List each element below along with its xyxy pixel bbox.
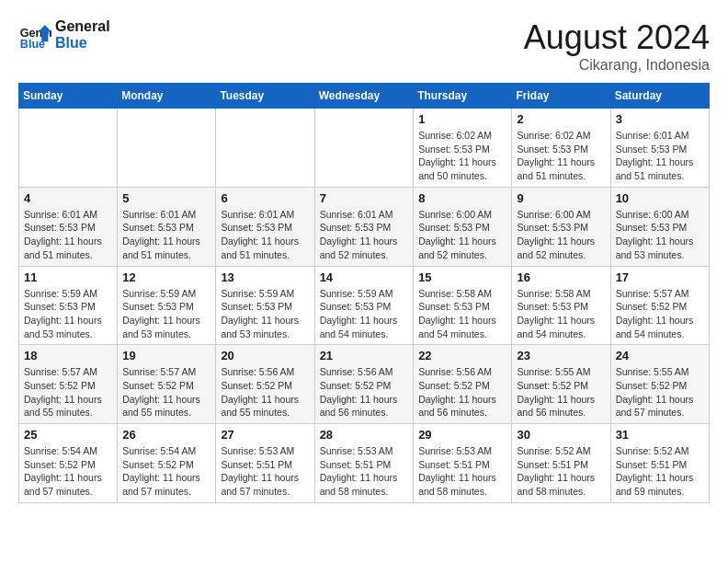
day-number: 20 [221,349,309,362]
weekday-header-row: SundayMondayTuesdayWednesdayThursdayFrid… [19,84,710,109]
calendar-cell: 1Sunrise: 6:02 AMSunset: 5:53 PMDaylight… [414,109,512,188]
day-number: 14 [320,270,409,284]
day-number: 4 [24,191,112,205]
day-number: 17 [616,270,704,284]
day-info: Sunrise: 5:59 AMSunset: 5:53 PMDaylight:… [122,287,210,341]
day-info: Sunrise: 5:53 AMSunset: 5:51 PMDaylight:… [320,444,409,499]
day-info: Sunrise: 6:01 AMSunset: 5:53 PMDaylight:… [122,208,210,262]
day-number: 18 [24,349,112,362]
weekday-header-thursday: Thursday [414,84,512,109]
calendar-cell: 23Sunrise: 5:55 AMSunset: 5:52 PMDayligh… [512,345,610,424]
calendar-cell [314,109,414,188]
weekday-header-sunday: Sunday [19,84,118,109]
day-info: Sunrise: 5:54 AMSunset: 5:52 PMDaylight:… [24,444,112,499]
day-info: Sunrise: 5:59 AMSunset: 5:53 PMDaylight:… [24,287,112,341]
weekday-header-monday: Monday [118,84,216,109]
day-number: 2 [517,112,605,126]
calendar-cell: 10Sunrise: 6:00 AMSunset: 5:53 PMDayligh… [610,187,709,266]
calendar-cell: 26Sunrise: 5:54 AMSunset: 5:52 PMDayligh… [118,424,216,503]
day-number: 3 [616,112,704,126]
day-number: 28 [320,428,409,442]
day-number: 5 [122,191,210,205]
day-info: Sunrise: 5:57 AMSunset: 5:52 PMDaylight:… [616,287,704,341]
weekday-header-saturday: Saturday [610,84,709,109]
calendar-cell: 21Sunrise: 5:56 AMSunset: 5:52 PMDayligh… [314,345,414,424]
calendar-cell: 25Sunrise: 5:54 AMSunset: 5:52 PMDayligh… [19,424,118,503]
day-info: Sunrise: 6:02 AMSunset: 5:53 PMDaylight:… [517,129,605,183]
day-number: 8 [418,191,506,205]
day-number: 26 [122,428,210,442]
calendar-cell: 19Sunrise: 5:57 AMSunset: 5:52 PMDayligh… [118,345,216,424]
calendar-cell: 22Sunrise: 5:56 AMSunset: 5:52 PMDayligh… [414,345,512,424]
day-info: Sunrise: 6:01 AMSunset: 5:53 PMDaylight:… [24,208,112,262]
day-number: 23 [517,349,605,362]
calendar-cell [118,109,216,188]
day-info: Sunrise: 6:01 AMSunset: 5:53 PMDaylight:… [221,208,309,262]
calendar-cell: 3Sunrise: 6:01 AMSunset: 5:53 PMDaylight… [610,109,709,188]
calendar-cell [19,109,118,188]
logo: General Blue General Blue [18,18,110,52]
day-number: 15 [418,270,506,284]
day-number: 27 [221,428,309,442]
calendar-table: SundayMondayTuesdayWednesdayThursdayFrid… [18,83,710,503]
day-number: 24 [616,349,704,362]
calendar-cell: 9Sunrise: 6:00 AMSunset: 5:53 PMDaylight… [512,187,610,266]
day-number: 7 [320,191,409,205]
weekday-header-friday: Friday [512,84,610,109]
calendar-cell: 24Sunrise: 5:55 AMSunset: 5:52 PMDayligh… [610,345,709,424]
day-info: Sunrise: 6:01 AMSunset: 5:53 PMDaylight:… [320,208,409,262]
day-info: Sunrise: 5:55 AMSunset: 5:52 PMDaylight:… [517,365,605,419]
calendar-cell: 17Sunrise: 5:57 AMSunset: 5:52 PMDayligh… [610,266,709,345]
day-number: 22 [418,349,506,362]
day-info: Sunrise: 5:53 AMSunset: 5:51 PMDaylight:… [418,444,506,499]
day-number: 9 [517,191,605,205]
day-number: 16 [517,270,605,284]
calendar-cell: 27Sunrise: 5:53 AMSunset: 5:51 PMDayligh… [216,424,314,503]
day-number: 19 [122,349,210,362]
day-info: Sunrise: 5:55 AMSunset: 5:52 PMDaylight:… [616,365,704,419]
day-number: 1 [418,112,506,126]
calendar-cell: 15Sunrise: 5:58 AMSunset: 5:53 PMDayligh… [414,266,512,345]
day-info: Sunrise: 6:01 AMSunset: 5:53 PMDaylight:… [616,129,704,183]
logo-blue: Blue [55,35,110,52]
day-info: Sunrise: 6:00 AMSunset: 5:53 PMDaylight:… [418,208,506,262]
day-number: 11 [24,270,112,284]
day-number: 31 [616,428,704,442]
calendar-week-row: 1Sunrise: 6:02 AMSunset: 5:53 PMDaylight… [19,109,710,188]
weekday-header-wednesday: Wednesday [314,84,414,109]
calendar-cell: 13Sunrise: 5:59 AMSunset: 5:53 PMDayligh… [216,266,314,345]
calendar-cell: 4Sunrise: 6:01 AMSunset: 5:53 PMDaylight… [19,187,118,266]
day-number: 30 [517,428,605,442]
calendar-cell: 29Sunrise: 5:53 AMSunset: 5:51 PMDayligh… [414,424,512,503]
month-year: August 2024 [524,18,710,57]
day-info: Sunrise: 5:59 AMSunset: 5:53 PMDaylight:… [221,287,309,341]
calendar-week-row: 4Sunrise: 6:01 AMSunset: 5:53 PMDaylight… [19,187,710,266]
calendar-cell: 11Sunrise: 5:59 AMSunset: 5:53 PMDayligh… [19,266,118,345]
day-number: 29 [418,428,506,442]
calendar-cell: 2Sunrise: 6:02 AMSunset: 5:53 PMDaylight… [512,109,610,188]
calendar-cell: 7Sunrise: 6:01 AMSunset: 5:53 PMDaylight… [314,187,414,266]
calendar-week-row: 25Sunrise: 5:54 AMSunset: 5:52 PMDayligh… [19,424,710,503]
day-number: 12 [122,270,210,284]
day-info: Sunrise: 5:59 AMSunset: 5:53 PMDaylight:… [320,287,409,341]
day-number: 13 [221,270,309,284]
day-info: Sunrise: 5:54 AMSunset: 5:52 PMDaylight:… [122,444,210,499]
calendar-week-row: 18Sunrise: 5:57 AMSunset: 5:52 PMDayligh… [19,345,710,424]
calendar-cell: 28Sunrise: 5:53 AMSunset: 5:51 PMDayligh… [314,424,414,503]
day-info: Sunrise: 5:53 AMSunset: 5:51 PMDaylight:… [221,444,309,499]
location: Cikarang, Indonesia [524,57,710,74]
page-header: General Blue General Blue August 2024 Ci… [18,18,710,74]
calendar-week-row: 11Sunrise: 5:59 AMSunset: 5:53 PMDayligh… [19,266,710,345]
day-info: Sunrise: 5:58 AMSunset: 5:53 PMDaylight:… [517,287,605,341]
day-info: Sunrise: 5:52 AMSunset: 5:51 PMDaylight:… [616,444,704,499]
day-info: Sunrise: 5:52 AMSunset: 5:51 PMDaylight:… [517,444,605,499]
day-info: Sunrise: 5:57 AMSunset: 5:52 PMDaylight:… [24,365,112,419]
calendar-cell: 31Sunrise: 5:52 AMSunset: 5:51 PMDayligh… [610,424,709,503]
calendar-cell: 16Sunrise: 5:58 AMSunset: 5:53 PMDayligh… [512,266,610,345]
title-block: August 2024 Cikarang, Indonesia [524,18,710,74]
day-info: Sunrise: 6:02 AMSunset: 5:53 PMDaylight:… [418,129,506,183]
logo-general: General [55,18,110,35]
day-number: 25 [24,428,112,442]
calendar-cell: 20Sunrise: 5:56 AMSunset: 5:52 PMDayligh… [216,345,314,424]
day-number: 21 [320,349,409,362]
